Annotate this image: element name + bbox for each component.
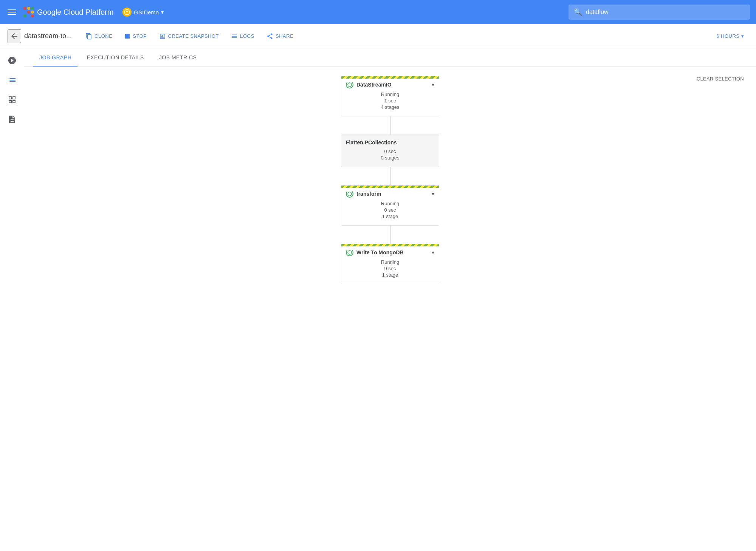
time-chevron-icon: ▾ — [741, 33, 744, 39]
svg-rect-1 — [125, 34, 130, 39]
sidebar-item-dataflow[interactable] — [3, 51, 21, 70]
node-chevron-datastreamio[interactable]: ▾ — [432, 82, 434, 88]
node-header-flatten: Flatten.PCollections — [341, 135, 439, 147]
sidebar-item-document[interactable] — [3, 110, 21, 128]
node-transform[interactable]: transform ▾ Running 0 sec 1 stage — [341, 185, 439, 226]
connector-2 — [390, 167, 390, 185]
clone-label: CLONE — [94, 33, 112, 39]
sidebar-item-registry[interactable] — [3, 91, 21, 109]
snapshot-icon — [159, 33, 166, 40]
node-body-mongodb: Running 9 sec 1 stage — [341, 258, 439, 284]
node-status-transform: Running — [346, 201, 434, 206]
stop-icon — [124, 33, 130, 39]
node-datastreamio[interactable]: DataStreamIO ▾ Running 1 sec 4 stages — [341, 76, 439, 116]
svg-point-3 — [348, 192, 352, 196]
node-header-transform: transform ▾ — [341, 186, 439, 199]
share-icon — [266, 33, 273, 40]
svg-point-2 — [348, 83, 352, 87]
node-title-transform: transform — [356, 191, 381, 197]
hamburger-menu[interactable] — [6, 8, 17, 16]
running-icon-mongodb — [346, 249, 353, 256]
node-chevron-transform[interactable]: ▾ — [432, 191, 434, 197]
project-selector[interactable]: GSIDemo ▾ — [122, 8, 164, 17]
share-label: SHARE — [276, 33, 293, 39]
node-flatten[interactable]: Flatten.PCollections 0 sec 0 stages — [341, 135, 439, 167]
page-title: datastream-to... — [24, 32, 72, 40]
stop-button[interactable]: STOP — [120, 30, 151, 42]
graph-area: CLEAR SELECTION DataStreamIO ▾ — [24, 67, 756, 551]
node-status-mongodb: Running — [346, 259, 434, 265]
running-icon-datastreamio — [346, 81, 353, 88]
tabs-bar: JOB GRAPH EXECUTION DETAILS JOB METRICS — [24, 48, 756, 67]
clone-icon — [85, 33, 92, 40]
node-time-transform: 0 sec — [346, 207, 434, 213]
tab-job-graph[interactable]: JOB GRAPH — [33, 48, 77, 67]
project-icon — [122, 8, 132, 17]
clear-selection-button[interactable]: CLEAR SELECTION — [697, 76, 744, 82]
back-button[interactable] — [8, 29, 21, 43]
brand-name: Google Cloud Platform — [37, 8, 113, 17]
node-header-datastreamio: DataStreamIO ▾ — [341, 76, 439, 90]
main-layout: JOB GRAPH EXECUTION DETAILS JOB METRICS … — [0, 48, 756, 551]
left-sidebar — [0, 48, 24, 551]
node-stages-flatten: 0 stages — [346, 155, 434, 161]
node-stages-datastreamio: 4 stages — [346, 104, 434, 110]
node-write-mongodb[interactable]: Write To MongoDB ▾ Running 9 sec 1 stage — [341, 244, 439, 284]
node-time-flatten: 0 sec — [346, 149, 434, 154]
node-stages-transform: 1 stage — [346, 214, 434, 219]
search-bar: 🔍 — [569, 5, 750, 20]
connector-3 — [390, 226, 390, 244]
time-label: 6 HOURS — [716, 33, 739, 39]
running-icon-transform — [346, 190, 353, 198]
svg-point-0 — [124, 9, 130, 15]
project-dropdown-icon[interactable]: ▾ — [161, 9, 164, 15]
node-time-mongodb: 9 sec — [346, 266, 434, 271]
graph-container: DataStreamIO ▾ Running 1 sec 4 stages — [24, 67, 756, 299]
main-content: JOB GRAPH EXECUTION DETAILS JOB METRICS … — [24, 48, 756, 551]
connector-1 — [390, 116, 390, 135]
snapshot-label: CREATE SNAPSHOT — [168, 33, 219, 39]
top-bar: Google Cloud Platform GSIDemo ▾ 🔍 — [0, 0, 756, 24]
node-chevron-mongodb[interactable]: ▾ — [432, 249, 434, 255]
project-name: GSIDemo — [134, 9, 159, 15]
node-status-datastreamio: Running — [346, 91, 434, 97]
logs-label: LOGS — [240, 33, 254, 39]
tab-execution-details[interactable]: EXECUTION DETAILS — [81, 48, 150, 67]
search-input[interactable] — [586, 9, 745, 15]
clone-button[interactable]: CLONE — [81, 30, 117, 43]
share-button[interactable]: SHARE — [262, 30, 298, 43]
stop-label: STOP — [133, 33, 147, 39]
brand-dots — [23, 7, 34, 17]
sidebar-item-list[interactable] — [3, 71, 21, 89]
secondary-toolbar: datastream-to... CLONE STOP CREATE SNAPS… — [0, 24, 756, 48]
tab-job-metrics[interactable]: JOB METRICS — [153, 48, 203, 67]
node-body-datastreamio: Running 1 sec 4 stages — [341, 90, 439, 116]
svg-point-4 — [348, 251, 352, 254]
brand-logo: Google Cloud Platform — [23, 7, 113, 17]
node-header-mongodb: Write To MongoDB ▾ — [341, 244, 439, 258]
node-body-transform: Running 0 sec 1 stage — [341, 199, 439, 225]
time-selector[interactable]: 6 HOURS ▾ — [712, 30, 748, 42]
node-body-flatten: 0 sec 0 stages — [341, 147, 439, 167]
search-icon: 🔍 — [574, 8, 582, 16]
node-title-mongodb: Write To MongoDB — [356, 249, 404, 255]
logs-button[interactable]: LOGS — [226, 30, 259, 43]
node-title-flatten: Flatten.PCollections — [346, 139, 397, 145]
logs-icon — [231, 33, 238, 40]
node-stages-mongodb: 1 stage — [346, 272, 434, 278]
node-time-datastreamio: 1 sec — [346, 98, 434, 104]
create-snapshot-button[interactable]: CREATE SNAPSHOT — [155, 30, 223, 43]
node-title-datastreamio: DataStreamIO — [356, 82, 392, 88]
